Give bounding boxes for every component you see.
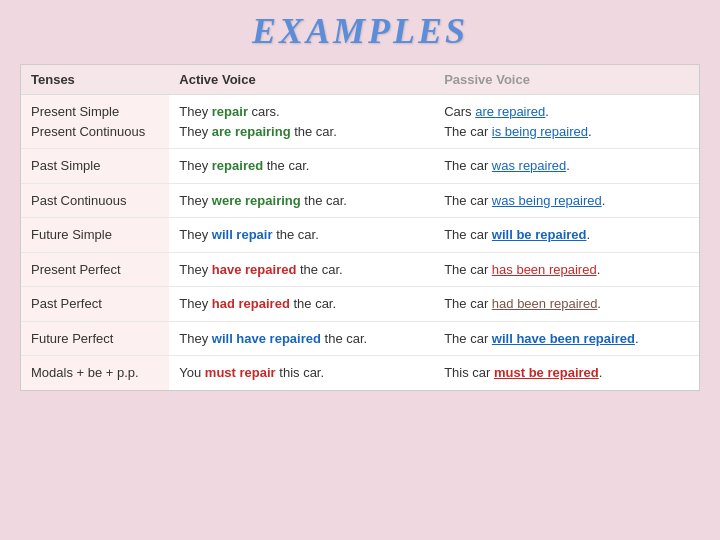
tense-cell: Past Simple (21, 149, 169, 184)
table-header-row: Tenses Active Voice Passive Voice (21, 65, 699, 95)
table-row: Modals + be + p.p.You must repair this c… (21, 356, 699, 390)
tense-cell: Future Simple (21, 218, 169, 253)
examples-table-container: Tenses Active Voice Passive Voice Presen… (20, 64, 700, 391)
col-header-active: Active Voice (169, 65, 434, 95)
tense-cell: Present SimplePresent Continuous (21, 95, 169, 149)
passive-voice-cell: This car must be repaired. (434, 356, 699, 390)
tense-cell: Modals + be + p.p. (21, 356, 169, 390)
table-row: Past PerfectThey had repaired the car.Th… (21, 287, 699, 322)
table-row: Future PerfectThey will have repaired th… (21, 321, 699, 356)
passive-voice-cell: The car was being repaired. (434, 183, 699, 218)
active-voice-cell: They repaired the car. (169, 149, 434, 184)
active-voice-cell: They will repair the car. (169, 218, 434, 253)
active-voice-cell: They have repaired the car. (169, 252, 434, 287)
table-row: Past SimpleThey repaired the car.The car… (21, 149, 699, 184)
col-header-tenses: Tenses (21, 65, 169, 95)
active-voice-cell: They were repairing the car. (169, 183, 434, 218)
table-row: Present SimplePresent ContinuousThey rep… (21, 95, 699, 149)
tense-cell: Past Perfect (21, 287, 169, 322)
col-header-passive: Passive Voice (434, 65, 699, 95)
active-voice-cell: They repair cars.They are repairing the … (169, 95, 434, 149)
active-voice-cell: They had repaired the car. (169, 287, 434, 322)
passive-voice-cell: The car was repaired. (434, 149, 699, 184)
page-title: Examples (252, 10, 468, 52)
tense-cell: Past Continuous (21, 183, 169, 218)
table-row: Present PerfectThey have repaired the ca… (21, 252, 699, 287)
passive-voice-cell: Cars are repaired.The car is being repai… (434, 95, 699, 149)
examples-table: Tenses Active Voice Passive Voice Presen… (21, 65, 699, 390)
active-voice-cell: They will have repaired the car. (169, 321, 434, 356)
tense-cell: Future Perfect (21, 321, 169, 356)
passive-voice-cell: The car will have been repaired. (434, 321, 699, 356)
table-row: Past ContinuousThey were repairing the c… (21, 183, 699, 218)
passive-voice-cell: The car had been repaired. (434, 287, 699, 322)
passive-voice-cell: The car will be repaired. (434, 218, 699, 253)
tense-cell: Present Perfect (21, 252, 169, 287)
table-row: Future SimpleThey will repair the car.Th… (21, 218, 699, 253)
active-voice-cell: You must repair this car. (169, 356, 434, 390)
passive-voice-cell: The car has been repaired. (434, 252, 699, 287)
